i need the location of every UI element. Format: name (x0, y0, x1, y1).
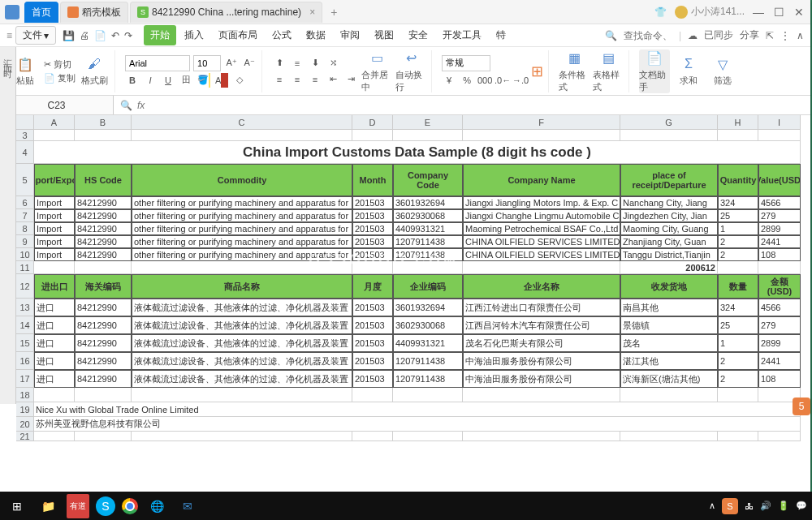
skin-icon[interactable]: 👕 (654, 6, 667, 18)
border-button[interactable]: 田 (179, 73, 193, 88)
table-cell[interactable]: 2 (718, 235, 758, 248)
close-window-icon[interactable]: ✕ (794, 6, 804, 19)
table-cell[interactable]: 滨海新区(塘沽其他) (620, 370, 718, 388)
table-cell[interactable]: Jiangxi Jiangling Motors Imp. & Exp. C (463, 196, 620, 209)
table-cell[interactable]: 江西江铃进出口有限责任公司 (463, 299, 620, 316)
close-icon[interactable]: × (309, 6, 315, 18)
spreadsheet-grid[interactable]: ABCDEFGHI34China Import Customs Data Sam… (16, 115, 810, 441)
ribbon-tab[interactable]: 开发工具 (436, 25, 488, 45)
table-cell[interactable]: 201503 (352, 222, 393, 235)
cell[interactable] (393, 130, 463, 141)
table-header[interactable]: 月度 (352, 274, 393, 299)
table-header[interactable]: 收发货地 (620, 274, 718, 299)
tab-template[interactable]: 稻壳模板 (60, 2, 128, 23)
cell[interactable] (393, 432, 463, 441)
comma-icon[interactable]: 000 (477, 73, 492, 88)
table-cell[interactable]: other filtering or purifying machinery a… (132, 209, 352, 222)
cell[interactable] (352, 261, 393, 274)
insert-function-icon[interactable]: 🔍 (120, 100, 132, 111)
ribbon-tab[interactable]: 审阅 (334, 25, 366, 45)
cell[interactable] (463, 388, 620, 402)
table-header[interactable]: place of receipt/Departure (620, 164, 718, 196)
row-header[interactable]: 14 (16, 316, 34, 334)
row-header[interactable]: 10 (16, 248, 34, 261)
cell[interactable] (75, 432, 132, 441)
column-header[interactable]: I (758, 115, 801, 130)
cell[interactable] (620, 388, 718, 402)
table-cell[interactable]: 液体截流过滤设备、其他液体的过滤、净化机器及装置 (132, 299, 352, 316)
table-cell[interactable]: CHINA OILFIELD SERVICES LIMITED (463, 248, 620, 261)
menu-handle-icon[interactable]: ≡ (6, 30, 12, 41)
table-cell[interactable]: 201503 (352, 248, 393, 261)
align-middle-icon[interactable]: ≡ (290, 56, 304, 71)
row-header[interactable]: 12 (16, 274, 34, 299)
cell[interactable] (463, 261, 620, 274)
cell[interactable] (718, 261, 758, 274)
user-button[interactable]: 小小涛141... (675, 5, 745, 19)
search-input[interactable] (624, 30, 672, 41)
cell[interactable] (352, 388, 393, 402)
wrap-button[interactable]: ↩自动换行 (395, 49, 426, 93)
sum-button[interactable]: Σ求和 (673, 55, 704, 87)
ribbon-tab[interactable]: 页面布局 (212, 25, 264, 45)
sheet-title[interactable]: China Import Customs Data Sample (8 digi… (34, 141, 801, 164)
table-cell[interactable]: 324 (718, 299, 758, 316)
table-cell[interactable]: 江西昌河铃木汽车有限责任公司 (463, 316, 620, 334)
column-header[interactable]: H (718, 115, 758, 130)
cell[interactable] (620, 130, 718, 141)
ribbon-tab[interactable]: 开始 (144, 25, 176, 45)
row-header[interactable]: 9 (16, 235, 34, 248)
row-header[interactable]: 8 (16, 222, 34, 235)
table-cell[interactable]: 84212990 (75, 352, 132, 370)
table-cell[interactable]: 茂名 (620, 334, 718, 352)
table-cell[interactable]: 3601932694 (393, 196, 463, 209)
cell[interactable] (132, 388, 352, 402)
name-box[interactable]: C23 (0, 96, 114, 114)
table-cell[interactable]: 中海油田服务股份有限公司 (463, 352, 620, 370)
table-cell[interactable]: 中海油田服务股份有限公司 (463, 370, 620, 388)
ribbon-tab[interactable]: 安全 (402, 25, 434, 45)
cell[interactable] (463, 432, 620, 441)
table-cell[interactable]: other filtering or purifying machinery a… (132, 196, 352, 209)
row-header[interactable]: 6 (16, 196, 34, 209)
floating-sogou-icon[interactable]: 5 (793, 398, 810, 415)
table-cell[interactable]: 进口 (34, 352, 75, 370)
table-cell[interactable]: 84212990 (75, 316, 132, 334)
table-cell[interactable]: 201503 (352, 334, 393, 352)
merge-button[interactable]: ▭合并居中 (361, 49, 392, 93)
explorer-icon[interactable]: 📁 (36, 494, 60, 518)
table-cell[interactable]: Zhanjiang City, Guan (620, 235, 718, 248)
cell[interactable] (75, 130, 132, 141)
table-cell[interactable]: 201503 (352, 209, 393, 222)
table-cell[interactable]: 25 (718, 209, 758, 222)
cell[interactable] (758, 261, 801, 274)
row-header[interactable]: 11 (16, 261, 34, 274)
skype-icon[interactable]: S (96, 496, 115, 516)
undo-icon[interactable]: ↶ (111, 30, 119, 41)
table-cell[interactable]: 2441 (758, 235, 801, 248)
file-menu[interactable]: 文件▾ (15, 26, 56, 45)
table-cell[interactable]: 进口 (34, 299, 75, 316)
row-header[interactable]: 19 (16, 402, 34, 417)
table-cell[interactable]: 进口 (34, 334, 75, 352)
row-header[interactable]: 7 (16, 209, 34, 222)
table-cell[interactable]: 201503 (352, 370, 393, 388)
browser-icon[interactable]: 🌐 (145, 494, 169, 518)
table-cell[interactable]: 84212990 (75, 299, 132, 316)
cell[interactable] (758, 432, 801, 441)
table-header[interactable]: 海关编码 (75, 274, 132, 299)
font-color-button[interactable]: A (214, 73, 229, 88)
redo-icon[interactable]: ↷ (124, 30, 132, 41)
table-cell[interactable]: 279 (758, 316, 801, 334)
table-cell[interactable]: 2899 (758, 334, 801, 352)
row-header[interactable]: 4 (16, 141, 34, 164)
cell[interactable] (393, 261, 463, 274)
fontsize-select[interactable] (193, 55, 221, 71)
table-cell[interactable]: 2899 (758, 222, 801, 235)
row-header[interactable]: 20 (16, 417, 34, 432)
sheet-area[interactable]: ABCDEFGHI34China Import Customs Data Sam… (16, 115, 810, 472)
cell[interactable] (34, 261, 75, 274)
table-cell[interactable]: 3601932694 (393, 299, 463, 316)
table-cell[interactable]: 108 (758, 248, 801, 261)
table-cell[interactable]: 4566 (758, 196, 801, 209)
